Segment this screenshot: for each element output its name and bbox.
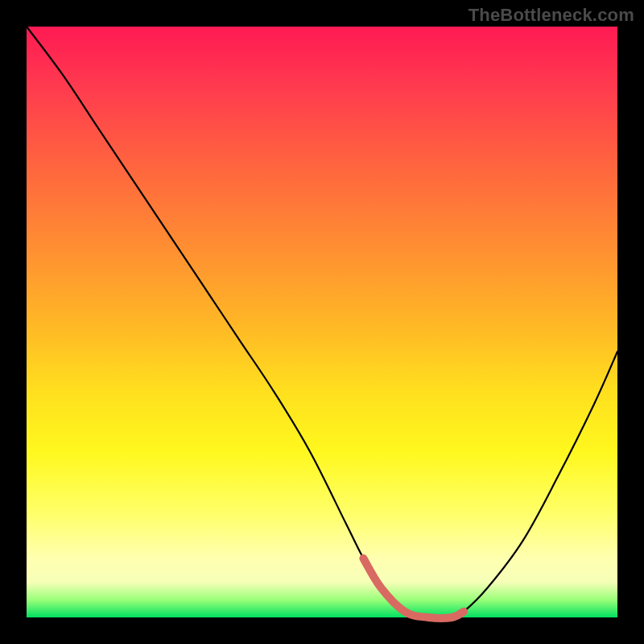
bottleneck-curve (27, 27, 617, 618)
chart-stage: TheBottleneck.com (0, 0, 644, 644)
plot-area (27, 27, 617, 617)
highlight-segment (363, 559, 464, 618)
curve-layer (27, 27, 617, 617)
watermark-text: TheBottleneck.com (469, 5, 634, 26)
